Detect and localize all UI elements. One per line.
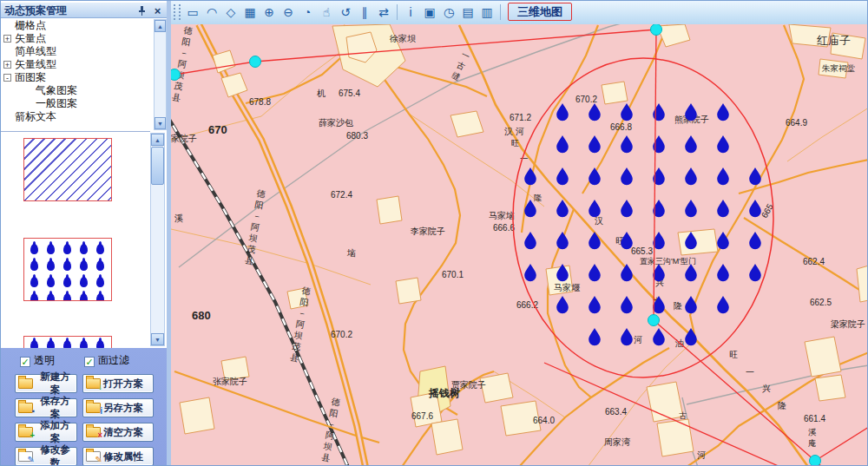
map-label: 马家垴	[489, 210, 515, 222]
tree-item-label: 面图案	[15, 71, 46, 83]
tree-item-label: 栅格点	[15, 19, 46, 31]
tree-item-一般图案[interactable]: 一般图案	[1, 97, 154, 110]
params-folder-icon: ✎	[18, 451, 33, 462]
mini-drop	[30, 277, 38, 287]
measure-distance-icon[interactable]: ▭	[184, 3, 201, 21]
expand-icon[interactable]: +	[3, 61, 11, 69]
mini-drop	[96, 293, 104, 301]
tree-item-label: 箭标文本	[15, 110, 56, 122]
tree-item-气象图案[interactable]: 气象图案	[1, 84, 154, 97]
scroll-down-icon[interactable]: ▼	[151, 333, 164, 345]
partial-pattern-swatch[interactable]	[23, 336, 112, 349]
globe-icon[interactable]: ◔	[299, 3, 316, 21]
tree-item-label: 矢量点	[15, 32, 46, 44]
zoom-in-icon[interactable]: ⊕	[260, 3, 278, 21]
option-label: 面过滤	[98, 354, 129, 366]
tree-item-label: 简单线型	[15, 45, 56, 57]
button-修改参数[interactable]: ✎修改参数	[15, 447, 77, 466]
map-label: 兴	[655, 277, 664, 289]
clock-icon[interactable]: ◷	[440, 3, 457, 21]
map-label: 一 古 缝	[450, 49, 472, 82]
tree-item-栅格点[interactable]: 栅格点	[1, 19, 154, 32]
pattern-scrollbar[interactable]: ▲ ▼	[150, 133, 165, 346]
map-label: 摇钱树	[429, 387, 460, 399]
button-label: 保存方案	[36, 395, 75, 421]
panel-title-bar: 动态预案管理 ×	[1, 3, 167, 18]
map-label: 红庙子	[817, 35, 851, 47]
map-label: 661.4	[804, 413, 825, 425]
map-label: 熊家院子	[674, 114, 709, 126]
option-面过滤[interactable]: ✓面过滤	[84, 354, 129, 366]
map-label: 徐家坝	[390, 33, 416, 45]
map-3d-button[interactable]: 三维地图	[508, 3, 572, 21]
map-label: 672.4	[331, 189, 352, 201]
pause-icon[interactable]: ∥	[356, 3, 373, 21]
map-label: 大	[653, 296, 661, 308]
map-label: 旺	[615, 235, 624, 247]
button-label: 另存方案	[103, 402, 143, 415]
map-label: 古	[679, 410, 687, 422]
tree-scrollbar[interactable]: ▲ ▼	[154, 19, 167, 130]
drops-pattern-swatch[interactable]	[23, 238, 112, 301]
measure-area-icon[interactable]: ◠	[203, 3, 220, 21]
button-修改属性[interactable]: ✎修改属性	[82, 447, 154, 466]
map-label: 隆	[534, 192, 542, 204]
print-preview-icon[interactable]: ▤	[459, 3, 477, 21]
zoom-previous-icon[interactable]: ↺	[337, 3, 354, 21]
grid-icon[interactable]: ▦	[241, 3, 259, 21]
map-label: 置家三沟'M'型门	[640, 255, 696, 267]
hatch-pattern-swatch[interactable]	[23, 138, 112, 201]
mini-drop	[96, 277, 104, 287]
button-新建方案[interactable]: 新建方案	[15, 374, 77, 393]
button-另存方案[interactable]: i另存方案	[82, 398, 154, 417]
collapse-icon[interactable]: -	[3, 74, 11, 82]
map-label: 隆	[778, 400, 786, 412]
map-label: 机	[317, 88, 326, 100]
layer-tree: 栅格点+矢量点简单线型+矢量线型-面图案气象图案一般图案箭标文本	[1, 19, 154, 130]
button-打开方案[interactable]: ↓打开方案	[82, 374, 154, 393]
mini-drop	[30, 244, 38, 254]
map-label: 兴	[762, 383, 771, 395]
save-folder-icon: ▪	[18, 403, 33, 413]
export-icon[interactable]: ▣	[421, 3, 438, 21]
pin-icon[interactable]	[135, 5, 148, 18]
tree-item-面图案[interactable]: -面图案	[1, 71, 154, 84]
map-label: 678.8	[249, 96, 271, 108]
checkbox-icon[interactable]: ✓	[84, 357, 95, 367]
measure-polygon-icon[interactable]: ◇	[222, 3, 240, 21]
scroll-up-icon[interactable]: ▲	[155, 20, 166, 32]
map-toolbar: ▭◠◇▦⊕⊖◔☝↺∥⇄i▣◷▤▥三维地图	[171, 1, 868, 25]
mini-drop	[47, 277, 55, 287]
map-labels-layer: 徐家坝红庙子朱家祠堂678.8机675.4薛家沙包680.3670671.2汉 …	[171, 24, 868, 466]
map-label: 一	[520, 153, 529, 165]
tree-item-矢量线型[interactable]: +矢量线型	[1, 58, 154, 71]
map-label: 667.6	[411, 410, 433, 423]
map-label: 665	[759, 202, 776, 220]
plan-buttons: 新建方案↓打开方案▪保存方案i另存方案+添加方案×清空方案✎修改参数✎修改属性	[15, 374, 154, 466]
open-folder-icon: ↓	[86, 378, 101, 389]
button-添加方案[interactable]: +添加方案	[15, 423, 77, 442]
scroll-up-icon[interactable]: ▲	[151, 134, 164, 146]
swap-arrows-icon[interactable]: ⇄	[375, 3, 392, 21]
expand-icon[interactable]: +	[3, 35, 11, 43]
tree-item-矢量点[interactable]: +矢量点	[1, 32, 154, 45]
pattern-list	[1, 131, 150, 349]
tree-item-简单线型[interactable]: 简单线型	[1, 45, 154, 58]
scroll-down-icon[interactable]: ▼	[155, 117, 166, 129]
close-icon[interactable]: ×	[151, 5, 164, 18]
map-canvas[interactable]: 徐家坝红庙子朱家祠堂678.8机675.4薛家沙包680.3670671.2汉 …	[171, 24, 868, 466]
zoom-out-icon[interactable]: ⊖	[279, 3, 297, 21]
button-清空方案[interactable]: ×清空方案	[82, 423, 154, 442]
option-透明[interactable]: ✓透明	[20, 354, 55, 366]
pan-hand-icon[interactable]: ☝	[318, 3, 335, 21]
info-icon[interactable]: i	[402, 3, 419, 21]
scroll-thumb[interactable]	[151, 147, 164, 185]
map-label: 油	[675, 338, 684, 350]
toolbar-grip[interactable]	[174, 4, 181, 20]
mini-drop	[96, 244, 104, 254]
button-保存方案[interactable]: ▪保存方案	[15, 398, 77, 417]
tree-item-箭标文本[interactable]: 箭标文本	[1, 110, 154, 123]
map-label: 垴	[347, 247, 356, 259]
print-icon[interactable]: ▥	[478, 3, 496, 21]
checkbox-icon[interactable]: ✓	[20, 357, 30, 367]
